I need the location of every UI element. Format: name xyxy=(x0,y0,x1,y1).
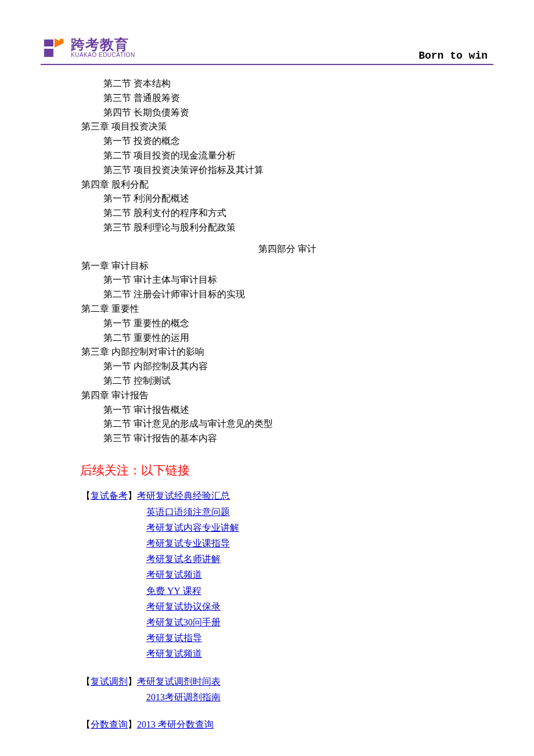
text-link[interactable]: 考研复试30问手册 xyxy=(146,617,221,627)
outline-item: 第四章 股利分配 xyxy=(81,178,493,192)
bracket: 】 xyxy=(128,719,137,729)
text-link[interactable]: 考研复试内容专业讲解 xyxy=(146,523,239,532)
outline-item: 第一节 重要性的概念 xyxy=(103,316,493,331)
outline-item: 第三节 普通股筹资 xyxy=(103,91,493,106)
outline-item: 第二节 注册会计师审计目标的实现 xyxy=(103,287,493,302)
text-link[interactable]: 考研复试频道 xyxy=(146,570,202,579)
links-group: 【复试备考】考研复试经典经验汇总 英语口语须注意问题 考研复试内容专业讲解 考研… xyxy=(81,488,493,661)
text-link[interactable]: 考研复试协议保录 xyxy=(146,602,221,611)
outline-item: 第二节 股利支付的程序和方式 xyxy=(103,206,493,221)
outline-item: 第三节 项目投资决策评价指标及其计算 xyxy=(103,163,493,178)
outline-item: 第四章 审计报告 xyxy=(81,388,493,403)
outline-item: 第一节 利润分配概述 xyxy=(103,192,493,206)
text-link[interactable]: 考研复试频道 xyxy=(146,649,202,658)
outline-item: 第四节 长期负债筹资 xyxy=(103,106,493,120)
outline-item: 第二节 审计意见的形成与审计意见的类型 xyxy=(103,417,493,431)
bracket: 】 xyxy=(128,491,137,501)
text-link[interactable]: 2013 考研分数查询 xyxy=(137,719,214,729)
outline-item: 第三章 内部控制对审计的影响 xyxy=(81,345,493,359)
outline-item: 第一节 审计主体与审计目标 xyxy=(103,273,493,287)
bracket: 【 xyxy=(81,491,91,501)
followup-heading: 后续关注：以下链接 xyxy=(80,461,493,480)
outline-item: 第二节 项目投资的现金流量分析 xyxy=(103,149,493,163)
links-group: 【分数查询】2013 考研分数查询 xyxy=(81,717,493,732)
text-link[interactable]: 考研复试经典经验汇总 xyxy=(137,491,230,501)
category-link[interactable]: 复试调剂 xyxy=(91,676,128,686)
bracket: 【 xyxy=(81,676,91,686)
text-link[interactable]: 2013考研调剂指南 xyxy=(146,692,221,702)
page-header: 跨考教育 KUAKAO EDUCATION Born to win xyxy=(41,35,493,65)
content: 第二节 资本结构 第三节 普通股筹资 第四节 长期负债筹资 第三章 项目投资决策… xyxy=(41,77,493,732)
part4-title: 第四部分 审计 xyxy=(81,242,493,257)
outline-item: 第三节 股利理论与股利分配政策 xyxy=(103,221,493,235)
bracket: 【 xyxy=(81,719,91,729)
outline-item: 第二节 控制测试 xyxy=(103,374,493,388)
links-group: 【复试调剂】考研复试调剂时间表 2013考研调剂指南 xyxy=(81,674,493,705)
category-link[interactable]: 分数查询 xyxy=(91,719,128,729)
slogan: Born to win xyxy=(418,50,493,62)
text-link[interactable]: 考研复试名师讲解 xyxy=(146,554,221,564)
text-link[interactable]: 英语口语须注意问题 xyxy=(146,507,230,517)
outline-item: 第三节 审计报告的基本内容 xyxy=(103,431,493,446)
outline-item: 第三章 项目投资决策 xyxy=(81,120,493,134)
outline-item: 第二章 重要性 xyxy=(81,302,493,316)
text-link[interactable]: 考研复试调剂时间表 xyxy=(137,676,221,686)
logo-icon xyxy=(41,35,67,62)
bracket: 】 xyxy=(128,676,137,686)
logo-text-en: KUAKAO EDUCATION xyxy=(71,52,135,59)
outline-item: 第二节 重要性的运用 xyxy=(103,331,493,345)
category-link[interactable]: 复试备考 xyxy=(91,491,128,501)
text-link[interactable]: 考研复试专业课指导 xyxy=(146,538,230,548)
outline-item: 第一节 审计报告概述 xyxy=(103,403,493,417)
outline-item: 第一节 内部控制及其内容 xyxy=(103,359,493,374)
outline-item: 第二节 资本结构 xyxy=(103,77,493,91)
outline-item: 第一节 投资的概念 xyxy=(103,134,493,149)
logo: 跨考教育 KUAKAO EDUCATION xyxy=(41,35,135,62)
text-link[interactable]: 免费 YY 课程 xyxy=(146,586,201,596)
svg-point-0 xyxy=(60,39,64,43)
text-link[interactable]: 考研复试指导 xyxy=(146,633,202,643)
logo-text-cn: 跨考教育 xyxy=(71,38,135,52)
outline-item: 第一章 审计目标 xyxy=(81,259,493,273)
